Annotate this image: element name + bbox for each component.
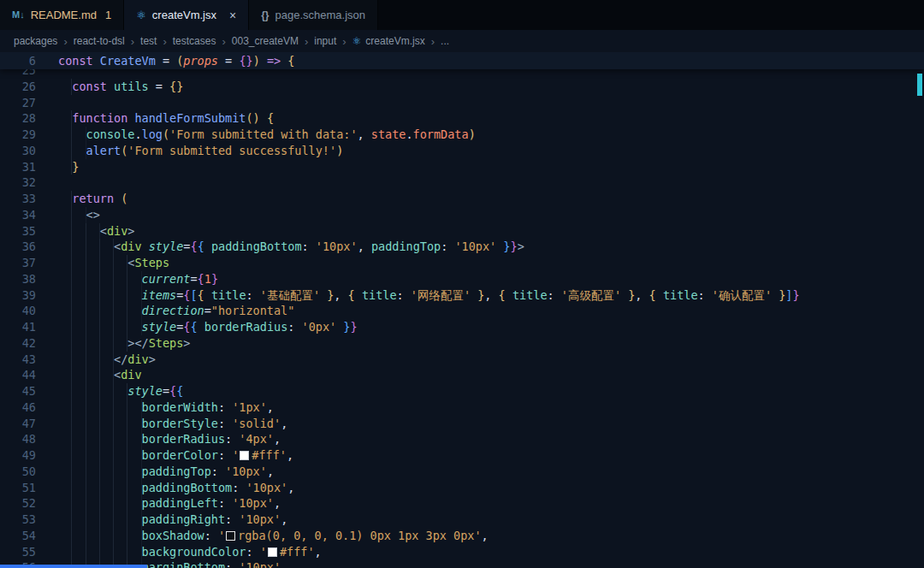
breadcrumb-item[interactable]: ⚛createVm.jsx [352, 35, 425, 47]
code-line[interactable]: 31 } [0, 159, 924, 175]
code-token: } [511, 240, 518, 253]
breadcrumb-item[interactable]: test [140, 35, 157, 47]
code-line[interactable]: 46 borderWidth: '1px', [0, 399, 924, 416]
code-token: title [211, 288, 246, 302]
code-line[interactable]: 49 borderColor: '#fff', [0, 447, 924, 464]
color-swatch[interactable] [268, 547, 277, 557]
code-line[interactable]: 33 return ( [0, 191, 924, 207]
code-line[interactable]: 36 <div style={{ paddingBottom: '10px', … [0, 239, 924, 255]
code-line[interactable]: 52 paddingLeft: '10px', [0, 495, 924, 512]
code-token: => [267, 54, 281, 68]
code-token: , [484, 288, 498, 302]
code-token: ) [336, 144, 343, 157]
color-swatch[interactable] [226, 531, 235, 541]
breadcrumb-item[interactable]: react-to-dsl [74, 35, 125, 47]
code-line[interactable]: 47 borderStyle: 'solid', [0, 416, 924, 432]
code-token: > [183, 336, 190, 350]
code-token [58, 448, 142, 462]
line-number: 44 [0, 367, 36, 383]
code-line[interactable]: 51 paddingBottom: '10px', [0, 480, 924, 496]
breadcrumb-item[interactable]: 003_createVM [232, 35, 299, 47]
line-number: 55 [0, 544, 36, 560]
code-token: { [198, 272, 204, 286]
code-token: , [267, 400, 274, 414]
line-number: 53 [0, 512, 36, 528]
breadcrumb-item[interactable]: testcases [173, 35, 216, 47]
breadcrumb-label: 003_createVM [232, 35, 299, 47]
code-line[interactable]: 42 ></Steps> [0, 335, 924, 352]
code-line[interactable]: 54 boxShadow: 'rgba(0, 0, 0, 0.1) 0px 1p… [0, 528, 924, 544]
code-token: } [503, 240, 510, 253]
code-line[interactable]: 41 style={{ borderRadius: '0px' }} [0, 319, 924, 335]
code-token: . [134, 127, 141, 141]
horizontal-scrollbar-thumb[interactable] [0, 565, 147, 568]
code-token: = [156, 54, 176, 68]
tab-label: README.md [31, 9, 97, 21]
code-token: '10px' [232, 496, 274, 510]
json-icon: {} [261, 10, 269, 21]
tab-createVm.jsx[interactable]: ⚛createVm.jsx× [124, 0, 249, 30]
code-line[interactable]: 38 current={1} [0, 271, 924, 287]
code-line[interactable]: 44 <div [0, 367, 924, 383]
code-token: { [198, 288, 204, 302]
code-line[interactable]: 53 paddingRight: '10px', [0, 512, 924, 528]
code-token: , [281, 560, 287, 568]
code-line[interactable]: 26 const utils = {} [0, 79, 924, 95]
code-line[interactable]: 28 function handleFormSubmit() { [0, 110, 924, 127]
overview-ruler-marker[interactable] [917, 74, 922, 96]
code-line[interactable]: 35 <div> [0, 223, 924, 240]
sticky-scroll-line[interactable]: 6const CreateVm = (props = {}) => { [0, 52, 924, 69]
code-token: backgroundColor [142, 545, 246, 559]
code-token: : [218, 400, 232, 414]
code-line[interactable]: 37 <Steps [0, 255, 924, 271]
code-token: , [482, 529, 489, 542]
code-token: : [698, 288, 712, 302]
code-token: { [190, 240, 197, 253]
code-line[interactable]: 48 borderRadius: '4px', [0, 431, 924, 447]
line-number: 39 [0, 287, 36, 304]
code-line[interactable]: 50 paddingTop: '10px', [0, 464, 924, 480]
code-line[interactable]: 45 style={{ [0, 383, 924, 399]
code-token: formData [413, 127, 469, 141]
line-number: 35 [0, 223, 36, 240]
tab-page.schema.json[interactable]: {}page.schema.json [249, 0, 378, 30]
breadcrumb-item[interactable]: packages [14, 35, 57, 47]
code-line[interactable]: 55 backgroundColor: '#fff', [0, 544, 924, 560]
code-token: = [218, 54, 239, 68]
code-line[interactable]: 27 [0, 95, 924, 111]
close-icon[interactable]: × [229, 9, 236, 21]
code-token: '高级配置' [561, 288, 621, 302]
color-swatch[interactable] [240, 451, 249, 460]
code-token: '网络配置' [411, 288, 471, 302]
code-token: : [246, 545, 259, 559]
code-line[interactable]: 40 direction="horizontal" [0, 303, 924, 319]
code-line[interactable]: 30 alert('Form submitted successfully!') [0, 143, 924, 159]
code-token [58, 384, 127, 398]
code-token [58, 481, 142, 494]
breadcrumb-item[interactable]: input [314, 35, 336, 47]
code-token: > [127, 224, 134, 238]
code-token [204, 240, 211, 253]
code-token: console [86, 127, 135, 141]
breadcrumb-item[interactable]: ... [441, 35, 449, 47]
code-token: < [114, 240, 121, 253]
code-line[interactable]: 29 console.log('Form submitted with data… [0, 127, 924, 143]
code-line[interactable]: 39 items={[{ title: '基础配置' }, { title: '… [0, 287, 924, 304]
line-number: 6 [0, 52, 36, 69]
code-token [58, 272, 142, 286]
code-token [58, 304, 142, 317]
code-token: '1px' [232, 400, 267, 414]
code-token: const [72, 80, 107, 93]
line-number: 46 [0, 399, 36, 416]
code-token: ' [260, 545, 267, 559]
line-number: 41 [0, 319, 36, 335]
code-token [471, 288, 477, 302]
tab-README.md[interactable]: M↓README.md1 [0, 0, 124, 30]
code-line[interactable]: 34 <> [0, 207, 924, 223]
code-line[interactable]: 43 </div> [0, 352, 924, 368]
code-line[interactable]: 32 [0, 175, 924, 191]
code-token: 'Form submitted successfully!' [127, 144, 336, 157]
code-line[interactable]: 6const CreateVm = (props = {}) => { [0, 52, 924, 69]
code-line-text: current={1} [58, 271, 218, 287]
line-number: 47 [0, 416, 36, 432]
